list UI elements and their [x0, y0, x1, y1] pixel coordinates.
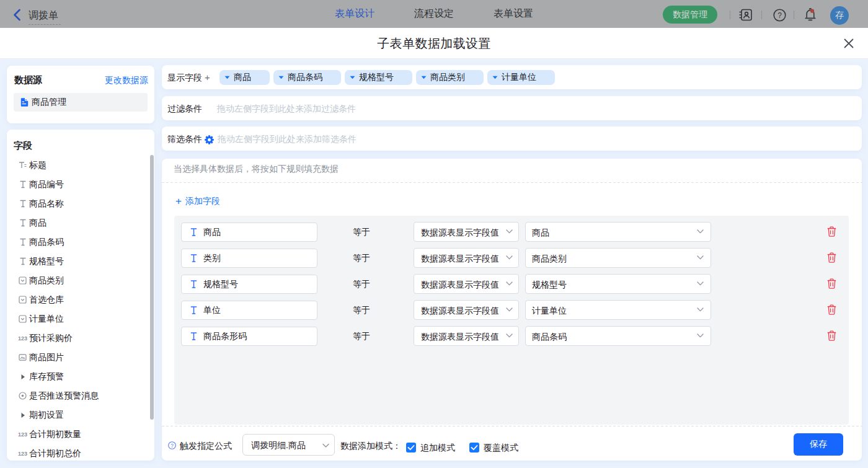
svg-text:?: ?: [777, 11, 782, 20]
svg-text:?: ?: [170, 443, 174, 449]
